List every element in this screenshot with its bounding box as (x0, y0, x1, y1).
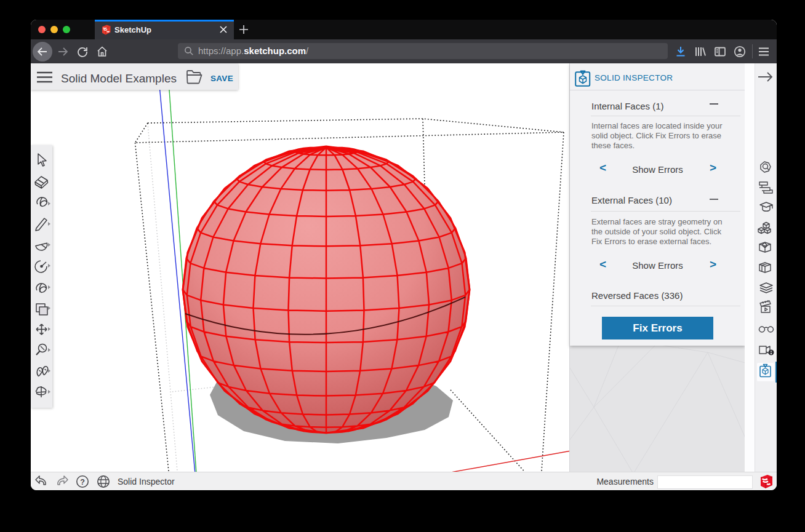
svg-text:?: ? (80, 478, 85, 486)
